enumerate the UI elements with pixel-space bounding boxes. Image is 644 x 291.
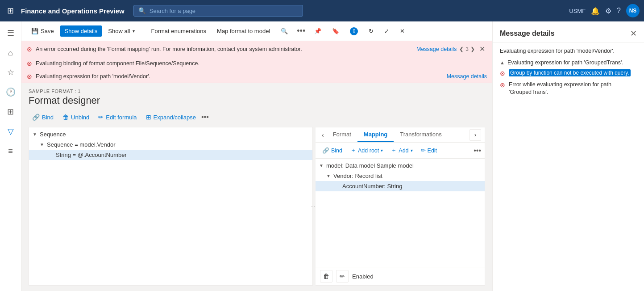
error-icon-3: ⊗ <box>27 73 32 80</box>
sidebar-item-dashboard[interactable]: ⌂ <box>2 44 20 62</box>
content-area: 💾 Save Show details Show all ▾ Format en… <box>21 21 492 291</box>
rtree-item-vendor[interactable]: ▼ Vendor: Record list <box>316 171 485 181</box>
unbind-button[interactable]: 🗑 Unbind <box>59 112 93 122</box>
designer-main: SAMPLE FORMAT : 1 Format designer 🔗 Bind… <box>21 83 492 291</box>
nav-right-section: USMF 🔔 ⚙ ? NS <box>569 4 640 17</box>
bind-button[interactable]: 🔗 Bind <box>29 112 57 122</box>
message-panel-close-button[interactable]: ✕ <box>630 29 637 38</box>
tab-arrow-left[interactable]: ‹ <box>319 129 327 141</box>
user-avatar[interactable]: NS <box>626 4 640 17</box>
right-mapping-panel: ‹ Format Mapping Transformations › 🔗 Bin… <box>316 127 485 286</box>
tab-mapping[interactable]: Mapping <box>357 127 394 142</box>
rtree-item-account[interactable]: AccountNumber: String <box>316 181 485 191</box>
left-sidebar: ☰ ⌂ ☆ 🕐 ⊞ ▽ ≡ <box>0 21 21 291</box>
edit-bottom-button[interactable]: ✏ <box>336 270 349 283</box>
app-title: Finance and Operations Preview <box>21 7 125 15</box>
settings-button[interactable]: ⚙ <box>605 7 611 15</box>
toolbar-more-button[interactable]: ••• <box>294 25 308 38</box>
rtree-arrow-model: ▼ <box>319 163 324 168</box>
edit-icon: ✏ <box>421 147 426 154</box>
show-details-button[interactable]: Show details <box>60 25 102 37</box>
toolbar-divider-1 <box>143 26 143 37</box>
message-error-1: ⊗ Group by function can not be executed … <box>500 69 637 77</box>
map-format-button[interactable]: Map format to model <box>212 25 274 37</box>
message-error-2: ⊗ Error while evaluating expression for … <box>500 81 637 97</box>
show-all-dropdown-icon: ▾ <box>133 29 135 34</box>
message-error-1-text: Group by function can not be executed wi… <box>509 69 631 76</box>
error-icon-2: ⊗ <box>27 60 32 67</box>
edit-button[interactable]: ✏ Edit <box>418 146 440 155</box>
error-banners: ⊗ An error occurred during the 'Format m… <box>21 41 492 83</box>
search-icon: 🔍 <box>138 7 146 14</box>
add-dropdown-icon: ▾ <box>411 148 413 153</box>
format-label: SAMPLE FORMAT : 1 <box>29 89 485 94</box>
error-close-button[interactable]: ✕ <box>478 44 487 54</box>
message-details-link-3[interactable]: Message details <box>447 73 487 80</box>
panel-tabs: ‹ Format Mapping Transformations › <box>316 127 485 143</box>
help-button[interactable]: ? <box>617 7 621 15</box>
error-nav-right[interactable]: ❯ <box>470 46 475 52</box>
delete-button[interactable]: 🗑 <box>320 270 332 283</box>
error-text-1: An error occurred during the 'Format map… <box>36 46 413 52</box>
message-section-header[interactable]: ▲ Evaluating expression for path 'Groupe… <box>500 59 637 66</box>
message-panel-intro: Evaluating expression for path 'model/Ve… <box>500 48 637 54</box>
tab-format[interactable]: Format <box>327 127 357 142</box>
expand-collapse-button[interactable]: ⊞ Expand/collapse <box>142 112 199 122</box>
panel-more-button[interactable]: ••• <box>474 147 481 155</box>
message-details-link-1[interactable]: Message details <box>416 46 457 52</box>
error-nav: ❮ 3 ❯ <box>459 46 475 52</box>
save-button[interactable]: 💾 Save <box>27 25 58 37</box>
sidebar-item-favorites[interactable]: ☆ <box>2 63 20 81</box>
badge-button[interactable]: 0 <box>345 25 362 38</box>
search-bar[interactable]: 🔍 <box>133 5 303 17</box>
tree-item-sequence-vendor[interactable]: ▼ Sequence = model.Vendor <box>29 139 312 150</box>
tree-arrow-sequence: ▼ <box>33 132 38 137</box>
message-panel-body: Evaluating expression for path 'model/Ve… <box>493 42 644 105</box>
section-arrow-icon: ▲ <box>500 60 505 65</box>
sidebar-item-modules[interactable]: ⊞ <box>2 103 20 121</box>
add-button[interactable]: ＋ Add ▾ <box>388 145 415 156</box>
add-root-icon: ＋ <box>350 147 356 154</box>
grid-icon[interactable]: ⊞ <box>4 6 17 16</box>
error-count-area: Message details ❮ 3 ❯ ✕ <box>416 44 487 54</box>
format-tree: ▼ Sequence ▼ Sequence = model.Vendor Str… <box>29 127 312 162</box>
error-row-1: ⊗ An error occurred during the 'Format m… <box>21 41 492 57</box>
sidebar-item-list[interactable]: ≡ <box>2 142 20 160</box>
tab-transformations[interactable]: Transformations <box>394 127 448 142</box>
user-region-label: USMF <box>569 8 586 14</box>
main-toolbar: 💾 Save Show details Show all ▾ Format en… <box>21 21 492 41</box>
msg-error-icon-1: ⊗ <box>500 70 505 77</box>
status-label: Enabled <box>352 273 374 280</box>
sidebar-item-filter[interactable]: ▽ <box>2 122 20 140</box>
tree-item-sequence[interactable]: ▼ Sequence <box>29 129 312 139</box>
pin-button[interactable]: 📌 <box>310 25 326 37</box>
sidebar-item-recent[interactable]: 🕐 <box>2 83 20 101</box>
edit-formula-button[interactable]: ✏ Edit formula <box>95 112 140 122</box>
bookmark-button[interactable]: 🔖 <box>328 25 344 37</box>
panel-bind-button[interactable]: 🔗 Bind <box>319 146 345 155</box>
left-format-panel: ▼ Sequence ▼ Sequence = model.Vendor Str… <box>29 127 313 286</box>
designer-toolbar: 🔗 Bind 🗑 Unbind ✏ Edit formula ⊞ Expand/… <box>29 112 485 122</box>
msg-error-icon-2: ⊗ <box>500 81 505 89</box>
tree-item-string-account[interactable]: String = @.AccountNumber <box>29 150 312 160</box>
panel-bind-icon: 🔗 <box>322 147 329 154</box>
designer-more-button[interactable]: ••• <box>201 113 209 121</box>
search-toolbar-button[interactable]: 🔍 <box>276 25 292 37</box>
tab-nav-button[interactable]: › <box>469 129 481 141</box>
tree-arrow-vendor: ▼ <box>40 142 45 147</box>
rtree-item-model[interactable]: ▼ model: Data model Sample model <box>316 160 485 171</box>
unbind-icon: 🗑 <box>62 114 69 121</box>
error-nav-left[interactable]: ❮ <box>459 46 464 52</box>
close-toolbar-button[interactable]: ✕ <box>395 25 409 37</box>
refresh-button[interactable]: ↻ <box>364 25 378 37</box>
search-input[interactable] <box>150 8 298 14</box>
error-row-3: ⊗ Evaluating expression for path 'model/… <box>21 70 492 83</box>
open-new-button[interactable]: ⤢ <box>380 25 394 37</box>
message-details-panel: Message details ✕ Evaluating expression … <box>492 21 644 291</box>
sidebar-item-home[interactable]: ☰ <box>2 24 20 42</box>
notifications-button[interactable]: 🔔 <box>591 7 600 15</box>
format-enumerations-button[interactable]: Format enumerations <box>147 25 211 37</box>
show-all-button[interactable]: Show all ▾ <box>104 25 139 37</box>
error-text-3: Evaluating expression for path 'model/Ve… <box>36 73 443 80</box>
add-root-button[interactable]: ＋ Add root ▾ <box>347 145 386 156</box>
